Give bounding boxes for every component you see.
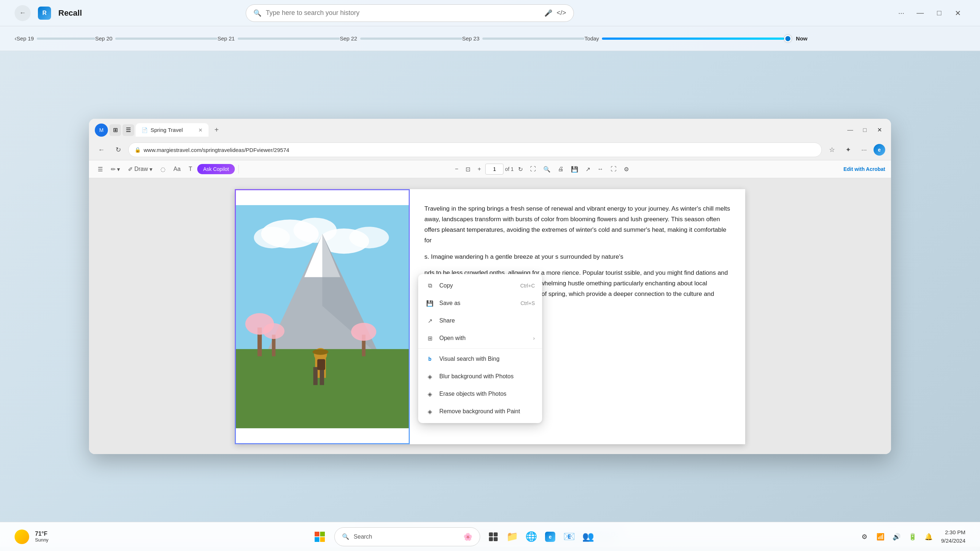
taskbar-clock[interactable]: 2:30 PM 9/24/2024 bbox=[941, 529, 966, 545]
context-menu-bing-search[interactable]: b Visual search with Bing bbox=[418, 350, 542, 368]
browser-extensions-button[interactable]: ⊞ bbox=[110, 124, 121, 136]
edit-with-acrobat-button[interactable]: Edit with Acrobat bbox=[843, 166, 885, 172]
browser-maximize-button[interactable]: □ bbox=[859, 124, 870, 136]
taskbar-notification-button[interactable]: 🔔 bbox=[922, 530, 935, 543]
code-button[interactable]: </> bbox=[557, 9, 566, 17]
timeline-sep19[interactable]: Sep 19 bbox=[16, 35, 95, 41]
pdf-share-button[interactable]: ↗ bbox=[582, 163, 593, 175]
pdf-list-button[interactable]: ☰ bbox=[95, 163, 106, 175]
pdf-paragraph-1: Traveling in the spring brings a fresh s… bbox=[425, 204, 730, 246]
close-button[interactable]: ✕ bbox=[951, 6, 966, 21]
favorites-button[interactable]: ☆ bbox=[826, 143, 838, 156]
browser-address-bar: ← ↻ 🔒 www.margiestravel.com/springtravel… bbox=[89, 140, 891, 160]
context-menu-erase-label: Erase objects with Photos bbox=[439, 391, 506, 397]
taskbar-copilot-icon: 🌸 bbox=[463, 532, 473, 541]
pdf-zoom-out-button[interactable]: − bbox=[452, 163, 461, 175]
taskbar-network-button[interactable]: 📶 bbox=[874, 530, 887, 543]
context-menu-remove-bg[interactable]: ◈ Remove background with Paint bbox=[418, 403, 542, 420]
pdf-annotate-button[interactable]: ✏ ▾ bbox=[108, 163, 123, 175]
browser-back-button[interactable]: ← bbox=[95, 143, 108, 156]
pdf-search-button[interactable]: 🔍 bbox=[540, 163, 554, 175]
timeline-today[interactable]: Today bbox=[584, 35, 792, 42]
taskbar-search-icon: 🔍 bbox=[342, 533, 349, 540]
pdf-expand-button[interactable]: ⛶ bbox=[608, 163, 619, 175]
pdf-rotate-button[interactable]: ↻ bbox=[515, 163, 526, 175]
context-menu-save-as[interactable]: 💾 Save as Ctrl+S bbox=[418, 294, 542, 312]
open-with-arrow-icon: › bbox=[533, 335, 535, 341]
taskbar-sound-button[interactable]: 🔊 bbox=[890, 530, 903, 543]
pdf-text-button[interactable]: T bbox=[186, 163, 195, 175]
timeline-line-today bbox=[602, 38, 784, 40]
pdf-fit-page-button[interactable]: ⊡ bbox=[463, 163, 473, 175]
edge-browser-button[interactable]: e bbox=[541, 528, 559, 546]
main-content: M ⊞ ☰ 📄 Spring Travel ✕ + — □ ✕ bbox=[0, 51, 980, 522]
blur-icon: ◈ bbox=[425, 372, 434, 381]
save-shortcut: Ctrl+S bbox=[520, 300, 535, 306]
timeline-date-today: Today bbox=[584, 35, 602, 41]
timeline-sep21[interactable]: Sep 21 bbox=[217, 35, 340, 41]
context-menu-open-with[interactable]: ⊞ Open with › bbox=[418, 329, 542, 347]
maximize-button[interactable]: □ bbox=[932, 6, 947, 21]
minimize-button[interactable]: — bbox=[913, 6, 928, 21]
browser-profile-button[interactable]: M bbox=[95, 124, 108, 137]
pdf-highlight-button[interactable]: Aa bbox=[170, 163, 184, 175]
taskbar-battery-button[interactable]: 🔋 bbox=[906, 530, 919, 543]
browser-taskbar-button[interactable]: 🌐 bbox=[522, 528, 540, 546]
task-view-button[interactable] bbox=[485, 528, 502, 546]
timeline-sep23[interactable]: Sep 23 bbox=[462, 35, 585, 41]
mail-button[interactable]: 📧 bbox=[560, 528, 578, 546]
copy-icon: ⧉ bbox=[425, 281, 434, 290]
recall-search-input[interactable] bbox=[266, 9, 540, 17]
recall-back-button[interactable]: ← bbox=[14, 5, 30, 21]
browser-refresh-button[interactable]: ↻ bbox=[111, 143, 125, 156]
context-menu-erase-objects[interactable]: ◈ Erase objects with Photos bbox=[418, 385, 542, 403]
svg-rect-25 bbox=[320, 537, 325, 542]
taskbar-settings-button[interactable]: ⚙ bbox=[858, 530, 871, 543]
collections-button[interactable]: ✦ bbox=[842, 143, 854, 156]
recall-top-bar: ← R Recall 🔍 🎤 </> ··· — □ ✕ bbox=[0, 0, 980, 26]
pdf-draw-button[interactable]: ✐ Draw ▾ bbox=[125, 163, 155, 175]
svg-point-15 bbox=[263, 323, 285, 339]
taskbar-search-box[interactable]: 🔍 Search 🌸 bbox=[334, 527, 480, 546]
pdf-save-button[interactable]: 💾 bbox=[568, 163, 581, 175]
pdf-settings-button[interactable]: ⚙ bbox=[621, 163, 632, 175]
more-options-button[interactable]: ··· bbox=[894, 6, 908, 21]
pdf-erase-button[interactable]: ◌ bbox=[158, 163, 169, 175]
context-menu-blur-bg[interactable]: ◈ Blur background with Photos bbox=[418, 368, 542, 385]
file-explorer-button[interactable]: 📁 bbox=[503, 528, 521, 546]
ask-copilot-button[interactable]: Ask Copilot bbox=[197, 164, 235, 174]
share-icon: ↗ bbox=[425, 316, 434, 325]
draw-icon: ✐ bbox=[128, 166, 133, 173]
timeline-sep22[interactable]: Sep 22 bbox=[340, 35, 462, 41]
context-menu-share[interactable]: ↗ Share bbox=[418, 312, 542, 329]
taskbar-left: 71°F Sunny bbox=[14, 529, 48, 544]
browser-sidebar-button[interactable]: ☰ bbox=[123, 124, 134, 136]
taskbar-search-label: Search bbox=[354, 534, 372, 540]
pdf-print-button[interactable]: 🖨 bbox=[555, 163, 566, 175]
svg-rect-24 bbox=[315, 537, 320, 542]
pdf-toolbar: ☰ ✏ ▾ ✐ Draw ▾ ◌ Aa T Ask Copilot − ⊡ + … bbox=[89, 160, 891, 178]
window-controls: ··· — □ ✕ bbox=[894, 6, 966, 21]
browser-url-box[interactable]: 🔒 www.margiestravel.com/springtravelidea… bbox=[128, 143, 822, 157]
timeline-sep20[interactable]: Sep 20 bbox=[95, 35, 218, 41]
pdf-open-external-button[interactable]: ↔ bbox=[595, 163, 606, 175]
browser-tab-close-button[interactable]: ✕ bbox=[198, 127, 203, 133]
teams-button[interactable]: 👥 bbox=[579, 528, 597, 546]
more-browser-options[interactable]: ··· bbox=[858, 143, 870, 156]
pdf-fullscreen-button[interactable]: ⛶ bbox=[527, 163, 539, 175]
pdf-zoom-in-button[interactable]: + bbox=[475, 163, 484, 175]
browser-close-button[interactable]: ✕ bbox=[873, 124, 885, 136]
browser-new-tab-button[interactable]: + bbox=[210, 124, 223, 137]
microphone-button[interactable]: 🎤 bbox=[544, 9, 552, 17]
pdf-content-area: ⧉ Copy Ctrl+C 💾 Save as Ctrl+S ↗ Share bbox=[89, 178, 891, 454]
context-menu-copy[interactable]: ⧉ Copy Ctrl+C bbox=[418, 277, 542, 294]
start-button[interactable] bbox=[310, 527, 330, 547]
pdf-page-number-input[interactable] bbox=[485, 164, 503, 175]
taskbar-time: 2:30 PM bbox=[941, 529, 966, 537]
context-menu-save-label: Save as bbox=[439, 300, 460, 306]
open-with-icon: ⊞ bbox=[425, 334, 434, 343]
browser-tab-spring-travel[interactable]: 📄 Spring Travel ✕ bbox=[135, 123, 208, 137]
timeline-line-sep19 bbox=[37, 38, 95, 40]
timeline-now-label: Now bbox=[792, 35, 812, 41]
browser-minimize-button[interactable]: — bbox=[845, 124, 856, 136]
